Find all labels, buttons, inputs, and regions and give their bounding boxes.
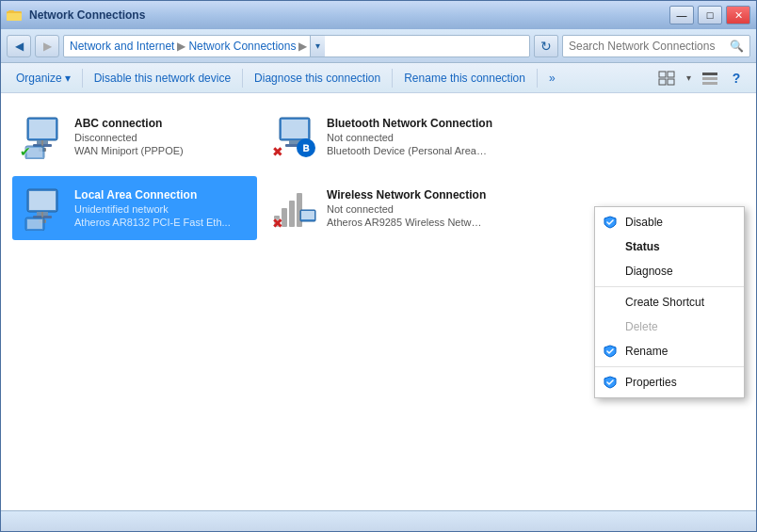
organize-dropdown-icon: ▾	[65, 72, 71, 85]
toolbar-separator-3	[392, 69, 393, 88]
connection-status-wireless: Not connected	[327, 203, 487, 215]
svg-rect-25	[29, 191, 56, 210]
svg-rect-3	[659, 72, 666, 77]
svg-rect-11	[29, 120, 56, 138]
svg-rect-4	[668, 72, 674, 77]
window-title: Network Connections	[29, 8, 145, 22]
breadcrumb-bar: Network and Internet ▶ Network Connectio…	[63, 35, 530, 57]
breadcrumb-dropdown[interactable]: ▾	[310, 35, 325, 57]
help-button[interactable]: ?	[724, 67, 749, 89]
connection-info-bluetooth: Bluetooth Network Connection Not connect…	[327, 117, 492, 156]
connection-detail-wireless: Atheros AR9285 Wireless Network...	[327, 217, 487, 228]
context-menu-item-disable[interactable]: Disable	[595, 210, 744, 234]
connection-name-bluetooth: Bluetooth Network Connection	[327, 117, 492, 130]
svg-rect-9	[702, 82, 717, 85]
connection-name-local: Local Area Connection	[74, 188, 231, 202]
svg-rect-8	[702, 77, 717, 80]
svg-text:ʙ: ʙ	[302, 140, 310, 154]
breadcrumb-network-connections[interactable]: Network Connections	[188, 40, 296, 53]
minimize-button[interactable]: —	[669, 6, 694, 24]
shield-icon	[604, 376, 617, 389]
connection-info-wireless: Wireless Network Connection Not connecte…	[327, 188, 487, 228]
more-button[interactable]: »	[541, 67, 563, 89]
connection-icon-local	[20, 185, 65, 231]
window: Network Connections — □ ✕ ◀ ▶ Network an…	[0, 0, 757, 532]
context-menu-separator-sep1	[595, 286, 744, 287]
refresh-button[interactable]: ↻	[534, 35, 558, 57]
rename-button[interactable]: Rename this connection	[396, 67, 533, 89]
maximize-button[interactable]: □	[698, 6, 722, 24]
connection-info-abc: ABC connection Disconnected WAN Miniport…	[74, 117, 184, 156]
svg-rect-19	[282, 120, 308, 138]
details-view-button[interactable]	[698, 67, 722, 89]
address-bar: ◀ ▶ Network and Internet ▶ Network Conne…	[1, 29, 756, 63]
connection-icon-bluetooth: ʙ ✖	[272, 114, 317, 159]
context-icon-disable	[603, 215, 618, 230]
svg-rect-6	[668, 79, 674, 85]
view-dropdown-button[interactable]: ▾	[681, 67, 696, 89]
connection-detail-abc: WAN Miniport (PPPOE)	[74, 145, 184, 156]
back-button[interactable]: ◀	[7, 35, 31, 57]
title-bar: Network Connections — □ ✕	[1, 1, 756, 29]
connection-item-bluetooth[interactable]: ʙ ✖ Bluetooth Network Connection Not con…	[265, 105, 509, 169]
folder-icon	[7, 8, 22, 23]
connection-name-wireless: Wireless Network Connection	[327, 188, 487, 202]
disable-button[interactable]: Disable this network device	[87, 67, 238, 89]
toolbar-separator-2	[242, 69, 243, 88]
connection-status-abc: Disconnected	[74, 132, 184, 143]
connection-item-local[interactable]: Local Area Connection Unidentified netwo…	[12, 176, 257, 240]
toolbar: Organize ▾ Disable this network device D…	[1, 63, 756, 93]
svg-rect-37	[301, 211, 314, 219]
connection-detail-local: Atheros AR8132 PCI-E Fast Eth...	[74, 217, 231, 228]
connection-status-bluetooth: Not connected	[327, 132, 492, 143]
shield-icon	[604, 216, 617, 229]
context-menu-separator-sep2	[595, 366, 744, 367]
search-bar: 🔍	[562, 35, 750, 57]
context-menu: Disable Status Diagnose Create Shortcut …	[594, 206, 745, 398]
svg-rect-7	[702, 73, 717, 75]
search-input[interactable]	[569, 40, 726, 53]
connection-icon-wireless: ✖	[272, 185, 317, 231]
context-menu-item-shortcut[interactable]: Create Shortcut	[595, 290, 744, 314]
details-icon	[701, 69, 719, 88]
view-icon	[657, 69, 676, 88]
connection-info-local: Local Area Connection Unidentified netwo…	[74, 188, 231, 228]
organize-button[interactable]: Organize ▾	[8, 67, 78, 89]
connection-detail-bluetooth: Bluetooth Device (Personal Area ...	[327, 145, 487, 156]
context-icon-rename	[603, 344, 618, 359]
toolbar-separator-4	[537, 69, 538, 88]
toolbar-separator-1	[82, 69, 83, 88]
svg-rect-2	[8, 10, 14, 13]
svg-rect-34	[289, 201, 295, 227]
context-menu-item-diagnose[interactable]: Diagnose	[595, 259, 744, 283]
breadcrumb-sep-2: ▶	[298, 40, 307, 53]
context-menu-item-properties[interactable]: Properties	[595, 370, 744, 395]
search-icon: 🔍	[730, 40, 744, 53]
close-button[interactable]: ✕	[726, 6, 750, 24]
diagnose-button[interactable]: Diagnose this connection	[247, 67, 388, 89]
connection-name-abc: ABC connection	[74, 117, 184, 130]
connection-item-abc[interactable]: ✔ ABC connection Disconnected WAN Minipo…	[12, 105, 257, 169]
connection-icon-abc: ✔	[20, 114, 65, 159]
shield-icon	[604, 345, 617, 358]
context-icon-properties	[603, 375, 618, 390]
main-content: ✔ ABC connection Disconnected WAN Minipo…	[1, 93, 756, 510]
context-menu-item-rename[interactable]: Rename	[595, 339, 744, 363]
view-options-button[interactable]	[654, 67, 679, 89]
breadcrumb-network-internet[interactable]: Network and Internet	[70, 40, 174, 53]
status-bar	[1, 510, 756, 531]
svg-rect-5	[659, 79, 666, 85]
context-menu-item-delete: Delete	[595, 314, 744, 339]
svg-rect-1	[7, 13, 22, 21]
breadcrumb-sep-1: ▶	[177, 40, 185, 53]
connection-item-wireless[interactable]: ✖ Wireless Network Connection Not connec…	[265, 176, 509, 240]
svg-rect-31	[27, 219, 42, 229]
context-menu-item-status[interactable]: Status	[595, 234, 744, 259]
forward-button[interactable]: ▶	[35, 35, 59, 57]
connection-status-local: Unidentified network	[74, 203, 231, 215]
